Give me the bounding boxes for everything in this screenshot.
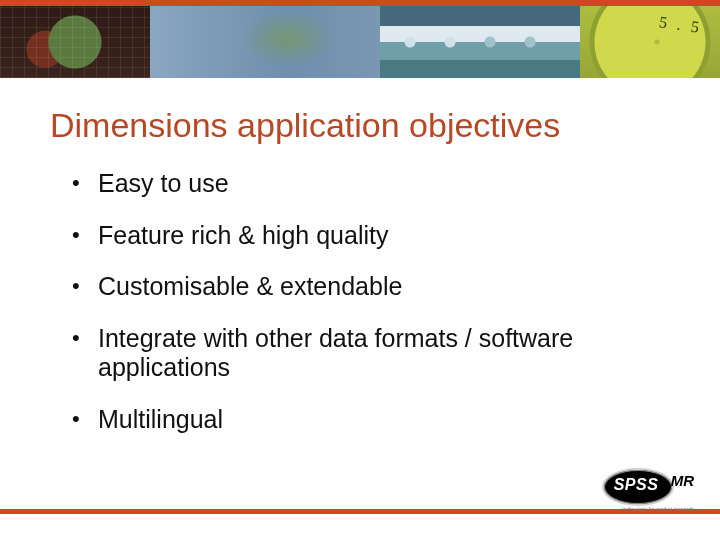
list-item: Integrate with other data formats / soft… — [72, 324, 660, 383]
slide: Dimensions application objectives Easy t… — [0, 0, 720, 540]
list-item: Customisable & extendable — [72, 272, 660, 302]
list-item: Feature rich & high quality — [72, 221, 660, 251]
banner-imagery — [0, 6, 720, 78]
dial-graphic — [580, 6, 720, 78]
logo-text: SPSS — [602, 468, 670, 502]
logo-tagline: technology for market research — [622, 506, 694, 512]
bullet-list: Easy to use Feature rich & high quality … — [0, 153, 720, 434]
list-item: Multilingual — [72, 405, 660, 435]
list-item: Easy to use — [72, 169, 660, 199]
globe-graphic — [0, 6, 150, 78]
pattern-strip — [380, 6, 580, 78]
logo-suffix: MR — [671, 472, 694, 489]
face-graphic — [150, 6, 380, 78]
accent-bar-bottom — [0, 509, 720, 514]
header-banner — [0, 0, 720, 78]
brand-logo: SPSS MR technology for market research — [602, 466, 694, 506]
slide-title: Dimensions application objectives — [0, 78, 720, 153]
